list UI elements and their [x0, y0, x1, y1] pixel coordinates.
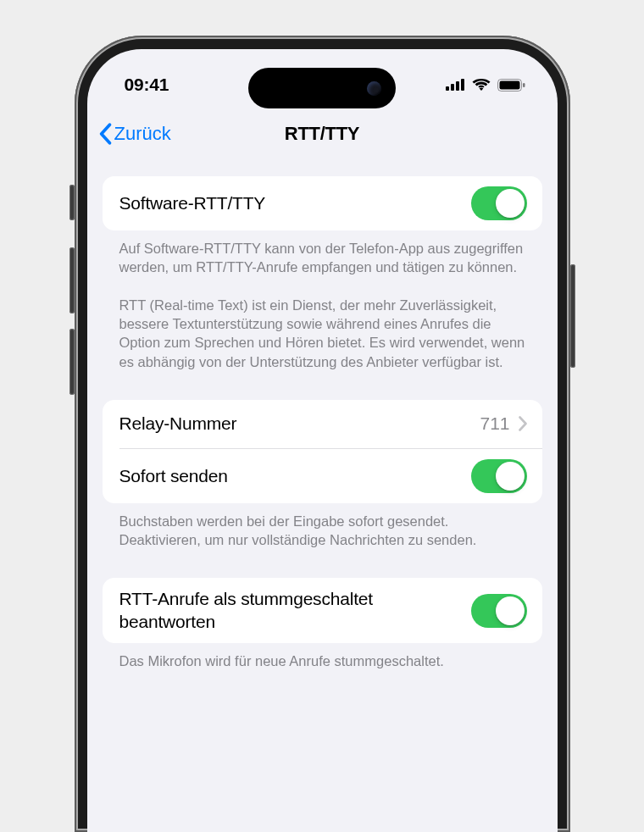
- svg-rect-1: [451, 84, 454, 91]
- battery-icon: [497, 79, 525, 92]
- row-label: Software-RTT/TTY: [119, 192, 266, 214]
- wifi-icon: [472, 79, 491, 92]
- mute-switch: [69, 185, 75, 220]
- svg-rect-6: [523, 83, 525, 87]
- answer-muted-toggle[interactable]: [471, 594, 527, 628]
- row-label: Sofort senden: [119, 465, 228, 487]
- row-label: Relay-Nummer: [119, 413, 237, 435]
- back-button[interactable]: Zurück: [97, 123, 171, 145]
- software-rtt-toggle[interactable]: [471, 186, 527, 220]
- phone-screen: 09:41: [87, 49, 558, 832]
- dynamic-island: [248, 68, 396, 108]
- svg-rect-5: [499, 80, 519, 89]
- toggle-knob: [496, 596, 525, 625]
- phone-frame: 09:41: [75, 36, 570, 832]
- volume-up-button: [69, 247, 75, 313]
- group-relay-footer: Buchstaben werden bei der Eingabe sofort…: [103, 503, 542, 550]
- group-mute: RTT-Anrufe als stummgeschaltet beantwort…: [103, 578, 542, 643]
- status-indicators: [446, 79, 532, 92]
- group-relay: Relay-Nummer 711 Sofort senden: [103, 400, 542, 503]
- settings-content: Software-RTT/TTY Auf Software-RTT/TTY ka…: [87, 176, 558, 832]
- status-time: 09:41: [125, 75, 169, 95]
- row-label: RTT-Anrufe als stummgeschaltet beantwort…: [119, 588, 425, 633]
- chevron-right-icon: [519, 416, 527, 431]
- send-instantly-toggle[interactable]: [471, 459, 527, 493]
- relay-value: 711: [480, 413, 509, 434]
- row-software-rtt[interactable]: Software-RTT/TTY: [103, 176, 542, 230]
- group-software-footer: Auf Software-RTT/TTY kann von der Telefo…: [103, 230, 542, 371]
- toggle-knob: [496, 189, 525, 218]
- svg-rect-0: [446, 86, 449, 91]
- front-camera-icon: [367, 81, 381, 96]
- back-label: Zurück: [114, 123, 171, 145]
- chevron-left-icon: [97, 123, 113, 145]
- group-mute-footer: Das Mikrofon wird für neue Anrufe stummg…: [103, 643, 542, 670]
- group-software-rtt: Software-RTT/TTY: [103, 176, 542, 230]
- volume-down-button: [69, 329, 75, 395]
- power-button: [570, 264, 575, 368]
- toggle-knob: [496, 462, 525, 491]
- row-send-instantly[interactable]: Sofort senden: [103, 449, 542, 503]
- svg-rect-2: [456, 81, 459, 91]
- svg-rect-3: [461, 79, 464, 91]
- row-relay-number[interactable]: Relay-Nummer 711: [103, 400, 542, 448]
- row-accessory: 711: [480, 413, 526, 434]
- phone-hardware: 09:41: [75, 0, 570, 832]
- navigation-bar: Zurück RTT/TTY: [87, 112, 558, 156]
- cellular-icon: [446, 79, 465, 91]
- row-answer-muted[interactable]: RTT-Anrufe als stummgeschaltet beantwort…: [103, 578, 542, 643]
